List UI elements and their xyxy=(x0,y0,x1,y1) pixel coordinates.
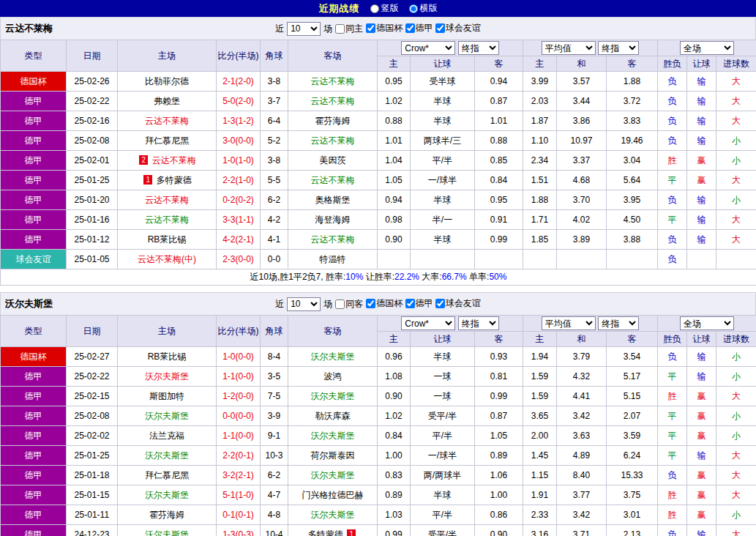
match-score[interactable]: 1-3(0-3) xyxy=(217,525,261,536)
home-team-name[interactable]: 沃尔夫斯堡 xyxy=(145,371,189,381)
match-score[interactable]: 4-2(2-1) xyxy=(217,230,261,250)
competition-filter[interactable]: 球会友谊 xyxy=(435,22,481,34)
competition-filter[interactable]: 德甲 xyxy=(405,22,433,34)
match-score[interactable]: 1-2(0-0) xyxy=(217,387,261,406)
home-team-name[interactable]: 沃尔夫斯堡 xyxy=(145,490,189,500)
away-team-name[interactable]: 美因茨 xyxy=(320,155,346,165)
match-row: 德甲 25-01-25 沃尔夫斯堡 2-2(0-1) 10-3 荷尔斯泰因 1.… xyxy=(1,446,756,466)
odds-source-select[interactable]: Crow* xyxy=(401,316,455,330)
home-team-name[interactable]: 比勒菲尔德 xyxy=(145,76,189,86)
avg-final-select[interactable]: 终指 xyxy=(598,41,639,55)
competition-filter[interactable]: 球会友谊 xyxy=(435,297,481,310)
odds-final-select[interactable]: 终指 xyxy=(458,316,499,330)
match-score[interactable]: 5-1(1-0) xyxy=(217,485,261,505)
scope-select[interactable]: 全场 xyxy=(680,316,734,330)
away-team-name[interactable]: 奥格斯堡 xyxy=(315,195,351,205)
home-team-name[interactable]: RB莱比锡 xyxy=(148,234,187,245)
away-team-name[interactable]: 门兴格拉德巴赫 xyxy=(302,490,364,500)
match-score[interactable]: 0-1(0-1) xyxy=(217,505,261,525)
handicap-odds-home: 1.02 xyxy=(378,406,411,426)
away-team-name[interactable]: 云达不莱梅 xyxy=(311,96,355,106)
match-score[interactable]: 1-1(0-0) xyxy=(217,426,261,446)
home-team-name[interactable]: 拜仁慕尼黑 xyxy=(145,135,189,146)
avg-source-select[interactable]: 平均值 xyxy=(542,41,596,55)
home-team-name[interactable]: 云达不莱梅(中) xyxy=(138,254,196,264)
result-handicap: 输 xyxy=(687,111,716,131)
match-score[interactable]: 3-0(0-0) xyxy=(217,131,261,151)
away-team-name[interactable]: 云达不莱梅 xyxy=(311,234,355,245)
match-score[interactable]: 2-2(0-1) xyxy=(217,446,261,466)
match-score[interactable]: 3-3(1-1) xyxy=(217,210,261,230)
layout-vertical-option[interactable]: 竖版 xyxy=(370,2,399,15)
match-score[interactable]: 0-0(0-0) xyxy=(217,406,261,426)
away-team-name[interactable]: 沃尔夫斯堡 xyxy=(311,510,355,520)
away-team-name[interactable]: 特温特 xyxy=(320,254,346,264)
away-team-name[interactable]: 云达不莱梅 xyxy=(311,76,355,86)
away-team-name[interactable]: 沃尔夫斯堡 xyxy=(311,391,355,401)
away-team-cell: 特温特 xyxy=(288,250,378,269)
match-count-select[interactable]: 10 xyxy=(287,297,321,311)
competition-filter[interactable]: 德国杯 xyxy=(366,22,403,34)
home-team-name[interactable]: 拜仁慕尼黑 xyxy=(145,470,189,480)
corner-score: 7-5 xyxy=(261,387,288,406)
home-team-name[interactable]: 法兰克福 xyxy=(149,431,184,441)
competition-checkbox[interactable] xyxy=(366,23,375,33)
home-team-name[interactable]: 沃尔夫斯堡 xyxy=(145,411,189,421)
scope-select[interactable]: 全场 xyxy=(680,41,734,55)
home-team-name[interactable]: 云达不莱梅 xyxy=(145,215,189,225)
odds-final-select[interactable]: 终指 xyxy=(458,41,499,55)
away-team-name[interactable]: 海登海姆 xyxy=(315,215,351,225)
away-team-name[interactable]: 多特蒙德 xyxy=(308,529,343,536)
match-score[interactable]: 1-3(1-2) xyxy=(217,111,261,131)
home-team-name[interactable]: 霍芬海姆 xyxy=(149,510,184,520)
away-team-name[interactable]: 沃尔夫斯堡 xyxy=(311,351,355,362)
match-score[interactable]: 2-1(2-0) xyxy=(217,72,261,92)
away-team-name[interactable]: 沃尔夫斯堡 xyxy=(311,431,355,441)
away-team-name[interactable]: 霍芬海姆 xyxy=(315,116,351,126)
home-team-name[interactable]: 云达不莱梅 xyxy=(152,155,196,165)
match-score[interactable]: 2-2(1-0) xyxy=(217,171,261,190)
competition-checkbox[interactable] xyxy=(366,299,375,308)
away-team-name[interactable]: 荷尔斯泰因 xyxy=(311,450,355,461)
horizontal-radio[interactable] xyxy=(409,4,418,13)
layout-horizontal-option[interactable]: 横版 xyxy=(409,2,438,15)
home-team-name[interactable]: 斯图加特 xyxy=(149,391,184,401)
home-team-name[interactable]: 弗赖堡 xyxy=(154,96,180,106)
away-team-name[interactable]: 波鸿 xyxy=(324,371,342,381)
same-venue-checkbox[interactable] xyxy=(335,24,345,34)
away-team-name[interactable]: 云达不莱梅 xyxy=(311,135,355,146)
match-score[interactable]: 1-1(0-0) xyxy=(217,367,261,387)
home-team-name[interactable]: 多特蒙德 xyxy=(157,175,192,185)
competition-checkbox[interactable] xyxy=(405,23,415,33)
competition-checkbox[interactable] xyxy=(405,299,415,308)
avg-odds-draw: 3.86 xyxy=(557,111,607,131)
away-team-name[interactable]: 沃尔夫斯堡 xyxy=(311,470,355,480)
competition-filter[interactable]: 德甲 xyxy=(405,297,433,310)
home-team-name[interactable]: RB莱比锡 xyxy=(148,351,187,362)
match-score[interactable]: 1-0(1-0) xyxy=(217,151,261,171)
competition-checkbox[interactable] xyxy=(435,299,445,308)
vertical-radio[interactable] xyxy=(370,4,379,13)
match-score[interactable]: 3-2(2-1) xyxy=(217,466,261,485)
home-team-name[interactable]: 云达不莱梅 xyxy=(145,116,189,126)
away-team-name[interactable]: 勒沃库森 xyxy=(315,411,351,421)
match-score[interactable]: 1-0(0-0) xyxy=(217,347,261,367)
result-handicap: 输 xyxy=(687,190,716,210)
home-team-name[interactable]: 沃尔夫斯堡 xyxy=(145,529,189,536)
match-score[interactable]: 0-2(0-2) xyxy=(217,190,261,210)
competition-checkbox[interactable] xyxy=(435,23,445,33)
home-team-name[interactable]: 沃尔夫斯堡 xyxy=(145,450,189,461)
home-team-name[interactable]: 云达不莱梅 xyxy=(145,195,189,205)
same-venue-filter[interactable]: 同客 xyxy=(335,298,363,310)
match-score[interactable]: 5-0(2-0) xyxy=(217,92,261,111)
same-venue-filter[interactable]: 同主 xyxy=(335,23,363,35)
avg-source-select[interactable]: 平均值 xyxy=(542,316,596,330)
avg-final-select[interactable]: 终指 xyxy=(598,316,639,330)
competition-filter[interactable]: 德国杯 xyxy=(366,297,403,310)
match-score[interactable]: 2-3(0-0) xyxy=(217,250,261,269)
same-venue-checkbox[interactable] xyxy=(335,299,345,309)
away-team-name[interactable]: 云达不莱梅 xyxy=(311,175,355,185)
result-goals xyxy=(716,250,756,269)
match-count-select[interactable]: 10 xyxy=(287,22,321,36)
odds-source-select[interactable]: Crow* xyxy=(401,41,455,55)
